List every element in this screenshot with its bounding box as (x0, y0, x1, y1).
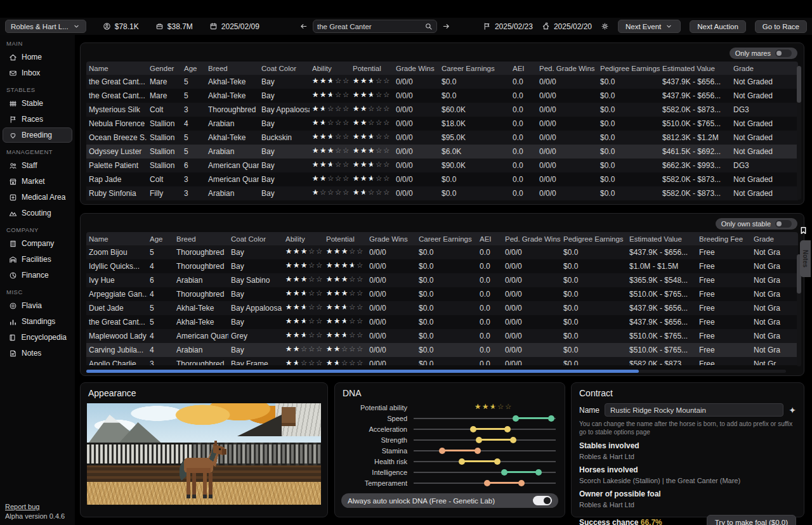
table-row-apollo-charlie[interactable]: Apollo Charlie3ThoroughbredBay Frame0/0/… (86, 357, 798, 365)
column-header[interactable]: Pedigree Earnings (598, 65, 660, 72)
table-row-mysterious-silk[interactable]: Mysterious SilkColt3ThoroughbredBay Appa… (86, 103, 798, 117)
star-rating (353, 91, 391, 99)
column-header[interactable]: Grade (751, 235, 798, 243)
table-row-the-great-cant[interactable]: the Great Cant...5Akhal-TekeBay0/0/0$0.0… (86, 315, 798, 329)
star-rating (353, 77, 391, 85)
only-mares-toggle[interactable]: Only mares (730, 48, 797, 59)
table-row-carving-jubila[interactable]: Carving Jubila...4ArabianBay0/0/0$0.00.0… (86, 343, 798, 357)
column-header[interactable]: Grade (731, 65, 798, 72)
column-header[interactable]: Age (181, 65, 206, 72)
random-name-icon[interactable]: ✦ (789, 405, 796, 415)
sidebar-item-inbox[interactable]: Inbox (3, 65, 72, 81)
sidebar-item-races[interactable]: Races (3, 112, 72, 127)
people-icon (8, 162, 17, 170)
sidebar-item-notes[interactable]: Notes (3, 346, 72, 361)
column-header[interactable]: Potential (350, 65, 393, 72)
trait-range-track[interactable] (414, 450, 556, 451)
column-header[interactable]: Gender (147, 65, 181, 72)
trait-range-track[interactable] (414, 418, 556, 419)
table-row-ruby-sinfonia[interactable]: Ruby SinfoniaFilly3ArabianBay0/0/0$0.00.… (86, 186, 798, 200)
trait-range-track[interactable] (414, 472, 556, 473)
trait-range-track[interactable] (414, 439, 556, 441)
sidebar-item-market[interactable]: Market (3, 174, 72, 189)
auto-unlock-dna-toggle[interactable]: Always auto unlock DNA (Free - Genetic L… (341, 493, 558, 508)
column-header[interactable]: Breeding Fee (697, 235, 751, 243)
column-header[interactable]: Age (147, 235, 174, 243)
trait-range-track[interactable] (414, 429, 556, 430)
warehouse-icon (8, 256, 17, 264)
forward-arrow-button[interactable] (442, 22, 450, 30)
sidebar-item-home[interactable]: Home (3, 49, 72, 65)
column-header[interactable]: Grade Wins (367, 235, 416, 243)
foal-name-input[interactable] (605, 403, 783, 417)
column-header[interactable]: Career Earnings (439, 65, 510, 72)
column-header[interactable]: Ability (310, 65, 350, 72)
sidebar-item-stable[interactable]: Stable (3, 96, 72, 111)
stallions-horizontal-scrollbar[interactable] (86, 370, 786, 373)
table-row-the-great-cant[interactable]: the Great Cant...Mare5Akhal-TekeBay0/0/0… (86, 75, 798, 89)
table-row-duet-jade[interactable]: Duet Jade5Akhal-TekeBay Appaloosa0/0/0$0… (86, 301, 798, 315)
column-header[interactable]: Name (86, 235, 147, 243)
table-row-arpeggiate-gan[interactable]: Arpeggiate Gan...4ThoroughbredBay0/0/0$0… (86, 287, 798, 301)
trait-range-track[interactable] (414, 461, 556, 462)
sidebar-item-finance[interactable]: Finance (3, 268, 72, 283)
table-row-rap-jade[interactable]: Rap JadeColt3American Quart...Bay0/0/0$0… (86, 172, 798, 186)
column-header[interactable]: Estimated Value (660, 65, 731, 72)
next-event-dropdown[interactable]: Next Event (618, 20, 681, 33)
next-race-date-display: 2025/02/23 (483, 22, 533, 31)
back-arrow-button[interactable] (299, 22, 308, 30)
search-icon (424, 22, 433, 30)
column-header[interactable]: Name (86, 65, 147, 72)
table-row-odyssey-luster[interactable]: Odyssey LusterStallion5ArabianBay0/0/0$6… (86, 145, 798, 159)
table-row-nebula-florence[interactable]: Nebula FlorenceStallion4ArabianBay0/0/0$… (86, 117, 798, 131)
column-header[interactable]: Career Earnings (416, 235, 477, 243)
home-event-date-display: 2025/02/20 (542, 22, 592, 31)
column-header[interactable]: Breed (206, 65, 259, 72)
horse-pixel-art (171, 438, 235, 503)
sidebar-item-breeding[interactable]: Breeding (3, 127, 72, 143)
sidebar-item-facilities[interactable]: Facilities (3, 252, 72, 267)
table-row-idyllic-quicks[interactable]: Idyllic Quicks...4ThoroughbredBay0/0/0$0… (86, 259, 798, 273)
column-header[interactable]: Potential (324, 235, 367, 243)
next-auction-button[interactable]: Next Auction (690, 20, 746, 33)
bookmark-icon[interactable] (799, 226, 808, 235)
sidebar-item-scouting[interactable]: Scouting (3, 205, 72, 221)
column-header[interactable]: AEI (477, 235, 502, 243)
table-row-zoom-bijou[interactable]: Zoom Bijou5ThoroughbredBay0/0/0$0.00.00/… (86, 245, 798, 259)
column-header[interactable]: Ped. Grade Wins (502, 235, 561, 243)
table-row-the-great-cant[interactable]: the Great Cant...Mare5Akhal-TekeBay0/0/0… (86, 89, 798, 103)
column-header[interactable]: AEI (510, 65, 537, 72)
column-header[interactable]: Pedigree Earnings (561, 235, 627, 243)
table-row-ivy-hue[interactable]: Ivy Hue6ArabianBay Sabino0/0/0$0.00.00/0… (86, 273, 798, 287)
table-row-ocean-breeze-s[interactable]: Ocean Breeze S...Stallion5Akhal-TekeBuck… (86, 131, 798, 145)
try-make-foal-button[interactable]: Try to make foal ($0.0) (707, 515, 796, 525)
column-header[interactable]: Coat Color (228, 235, 283, 243)
mares-vertical-scrollbar[interactable] (797, 66, 801, 200)
only-own-stable-toggle[interactable]: Only own stable (716, 218, 797, 230)
sidebar-item-medical-area[interactable]: Medical Area (3, 190, 72, 205)
sidebar-item-encyclopedia[interactable]: Encyclopedia (3, 330, 72, 345)
column-header[interactable]: Estimated Value (627, 235, 697, 243)
notes-side-tab[interactable]: Notes (800, 240, 811, 277)
table-row-palette-patient[interactable]: Palette PatientStallion6American Quart..… (86, 159, 798, 172)
stable-selector[interactable]: Robles & Hart L... (5, 20, 86, 33)
report-bug-link[interactable]: Report bug (5, 502, 65, 512)
sidebar-item-flavia[interactable]: Flavia (3, 298, 72, 313)
column-header[interactable]: Coat Color (259, 65, 310, 72)
trait-range-track[interactable] (414, 483, 556, 484)
column-header[interactable]: Ped. Grade Wins (537, 65, 598, 72)
star-rating (312, 91, 350, 99)
table-row-maplewood-lady[interactable]: Maplewood Lady4American Quart...Grey0/0/… (86, 329, 798, 343)
sidebar-item-company[interactable]: Company (3, 236, 72, 251)
column-header[interactable]: Breed (174, 235, 228, 243)
sidebar-item-standings[interactable]: Standings (3, 314, 72, 329)
horse-search-box[interactable] (313, 20, 437, 33)
go-to-race-button[interactable]: Go to Race (755, 20, 807, 33)
star-rating (353, 174, 391, 183)
sidebar-item-staff[interactable]: Staff (3, 158, 72, 173)
search-input[interactable] (317, 23, 424, 30)
column-header[interactable]: Ability (283, 235, 324, 243)
column-header[interactable]: Grade Wins (393, 65, 439, 72)
star-rating (285, 317, 324, 325)
settings-gear-button[interactable] (601, 22, 609, 30)
